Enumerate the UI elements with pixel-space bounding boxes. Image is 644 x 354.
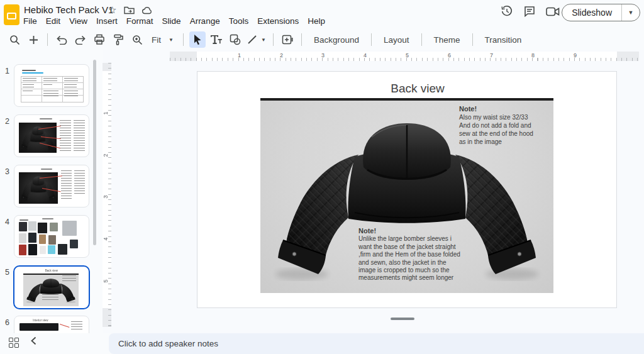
bottom-bar: Click to add speaker notes — [0, 333, 644, 354]
editor-canvas: 1 2 3 4 5 6 7 8 9 1 2 3 4 5 Back view — [103, 50, 644, 333]
slide-number-1: 1 — [5, 67, 9, 75]
menu-tools[interactable]: Tools — [225, 15, 253, 27]
slide-number-3: 3 — [5, 167, 9, 176]
slide-number-5: 5 — [5, 268, 9, 277]
h-ruler-7: 7 — [490, 52, 493, 58]
note-top-right: Note! Also my waist size 32/33 And do no… — [459, 105, 552, 146]
slide-thumbnail-5-selected[interactable]: Back view — [13, 265, 90, 309]
v-ruler-5: 5 — [103, 279, 109, 282]
thumb5-caption: Back view — [14, 269, 89, 272]
menu-extensions[interactable]: Extensions — [253, 15, 303, 27]
slide-thumbnail-4[interactable] — [14, 215, 89, 258]
thumb6-caption: Interior view — [14, 319, 67, 322]
slide-filmstrip: 1 2 3 4 5 6 — [0, 50, 103, 333]
zoom-in-icon[interactable] — [129, 31, 145, 48]
slideshow-button-group: Slideshow ▼ — [562, 4, 640, 21]
menu-file[interactable]: File — [19, 15, 42, 27]
slide-thumbnail-3[interactable] — [14, 165, 89, 207]
jacket-back-image[interactable]: Note! Also my waist size 32/33 And do no… — [260, 98, 553, 293]
menu-arrange[interactable]: Arrange — [186, 15, 225, 27]
line-tool-arrow: ▼ — [261, 37, 266, 43]
zoom-add-icon[interactable] — [25, 31, 42, 48]
move-folder-icon[interactable] — [124, 6, 135, 14]
google-slides-window: Hebiko Tech Pack V1 ☆ File Edit View Ins… — [0, 0, 644, 354]
slideshow-dropdown-arrow[interactable]: ▼ — [621, 4, 640, 21]
slide-thumbnail-6[interactable]: Interior view — [14, 316, 89, 333]
menu-slide[interactable]: Slide — [158, 15, 186, 27]
h-ruler-2: 2 — [280, 52, 283, 58]
filmstrip-scrollbar[interactable] — [93, 60, 96, 245]
slide-number-6: 6 — [5, 318, 9, 327]
collapse-filmstrip-icon[interactable] — [31, 336, 36, 345]
zoom-select[interactable]: Fit ▼ — [148, 35, 177, 45]
slide-number-4: 4 — [5, 218, 9, 226]
print-icon[interactable] — [91, 31, 108, 48]
insert-textbox-icon[interactable] — [279, 31, 296, 48]
v-ruler-4: 4 — [103, 237, 109, 240]
slide-thumbnail-1[interactable] — [14, 64, 89, 107]
shape-tool-icon[interactable] — [227, 31, 243, 48]
version-history-icon[interactable] — [501, 5, 513, 18]
zoom-select-arrow: ▼ — [169, 37, 174, 43]
note-top-heading: Note! — [459, 105, 477, 113]
paint-format-icon[interactable] — [110, 31, 126, 48]
text-tool-icon[interactable] — [208, 31, 225, 48]
cloud-saved-icon[interactable] — [142, 6, 153, 14]
theme-button[interactable]: Theme — [428, 33, 467, 47]
grid-view-icon[interactable] — [9, 338, 19, 348]
select-tool-icon[interactable] — [189, 31, 206, 48]
v-ruler-2: 2 — [103, 153, 109, 157]
transition-button[interactable]: Transition — [479, 33, 528, 47]
background-button[interactable]: Background — [308, 33, 365, 47]
search-menus-icon[interactable] — [6, 31, 23, 48]
menu-insert[interactable]: Insert — [92, 15, 122, 27]
menu-view[interactable]: View — [65, 15, 92, 27]
line-tool-icon[interactable]: ▼ — [246, 31, 267, 48]
menu-edit[interactable]: Edit — [42, 15, 65, 27]
layout-button[interactable]: Layout — [377, 33, 416, 47]
v-ruler-1: 1 — [103, 111, 109, 114]
redo-icon[interactable] — [72, 31, 89, 48]
h-ruler-5: 5 — [406, 52, 409, 58]
speaker-notes-panel[interactable]: Click to add speaker notes — [109, 333, 644, 354]
slideshow-button[interactable]: Slideshow — [562, 8, 621, 18]
h-ruler-6: 6 — [448, 52, 451, 58]
menu-format[interactable]: Format — [122, 15, 158, 27]
h-ruler-3: 3 — [321, 52, 325, 58]
slide-page[interactable]: Back view — [197, 71, 617, 308]
slide-number-2: 2 — [5, 117, 9, 126]
h-ruler-1: 1 — [238, 52, 241, 58]
document-title[interactable]: Hebiko Tech Pack V1 — [24, 4, 113, 15]
h-ruler-8: 8 — [531, 52, 535, 58]
star-icon[interactable]: ☆ — [108, 4, 116, 16]
notes-resize-handle[interactable] — [391, 318, 414, 320]
h-ruler-4: 4 — [364, 52, 367, 58]
zoom-select-value: Fit — [152, 35, 161, 45]
h-ruler-9: 9 — [574, 52, 577, 58]
undo-icon[interactable] — [53, 31, 70, 48]
v-ruler-3: 3 — [103, 195, 109, 198]
note-bottom: Note! Unlike the large bomber sleeves i … — [358, 227, 470, 282]
slide-title-textbox[interactable]: Back view — [208, 82, 627, 96]
menu-bar: File Edit View Insert Format Slide Arran… — [19, 15, 330, 27]
slide-thumbnail-2[interactable] — [14, 114, 89, 157]
menu-help[interactable]: Help — [303, 15, 330, 27]
main-toolbar: Fit ▼ ▼ Background Layout Theme Transiti… — [0, 30, 644, 50]
slides-logo-icon[interactable] — [4, 4, 19, 25]
speaker-notes-placeholder[interactable]: Click to add speaker notes — [118, 339, 218, 348]
note-bottom-heading: Note! — [358, 227, 376, 235]
comments-icon[interactable] — [524, 6, 535, 17]
